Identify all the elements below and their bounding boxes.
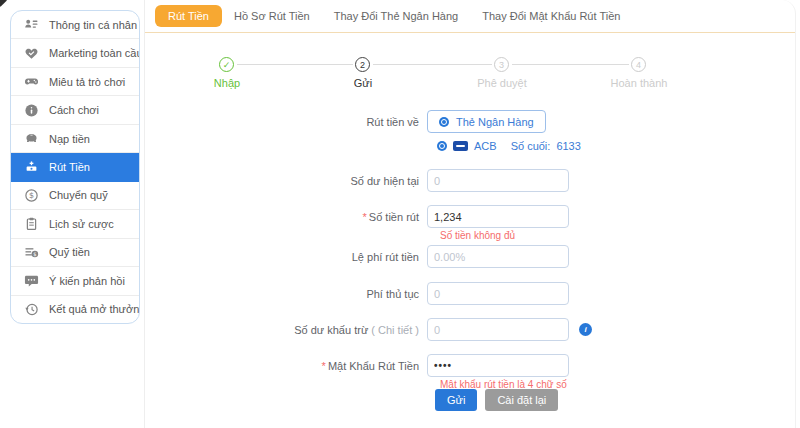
- amount-error-message: Số tiền không đủ: [440, 230, 515, 241]
- info-circle-icon: [24, 103, 39, 118]
- sidebar-item-label: Kết quả mở thưởng: [49, 303, 140, 315]
- money-list-icon: $: [24, 245, 39, 260]
- sidebar-item-bet-history[interactable]: Lịch sử cược: [11, 210, 139, 238]
- sidebar-item-label: Nạp tiền: [49, 133, 90, 145]
- current-balance-input[interactable]: [427, 169, 569, 192]
- info-icon[interactable]: i: [579, 323, 592, 336]
- withdraw-icon: [24, 159, 39, 174]
- current-balance-row: Số dư hiện tại: [145, 169, 795, 192]
- step-2-label: Gửi: [354, 77, 372, 89]
- dollar-circle-icon: $: [24, 188, 39, 203]
- stepper-line: [373, 64, 492, 65]
- required-mark: *: [322, 360, 326, 372]
- sidebar-item-label: Marketing toàn cầu: [49, 47, 140, 59]
- withdraw-fee-label: Lệ phí rút tiền: [145, 251, 427, 263]
- tab-bar: Rút Tiền Hồ Sơ Rút Tiền Thay Đổi Thẻ Ngâ…: [145, 0, 795, 33]
- bank-card-type-label: Thẻ Ngân Hàng: [456, 116, 534, 128]
- radio-selected-icon: [439, 117, 449, 127]
- corner-logo-fragment: [0, 0, 7, 7]
- sidebar-item-withdraw[interactable]: Rút Tiền: [11, 153, 139, 181]
- bank-name: ACB: [474, 140, 497, 152]
- withdraw-amount-label: *Số tiền rút: [145, 211, 427, 223]
- deducted-balance-input[interactable]: [427, 318, 569, 341]
- sidebar-item-lottery-results[interactable]: Kết quả mở thưởng: [11, 296, 139, 323]
- sidebar-item-label: Rút Tiền: [49, 161, 90, 173]
- processing-fee-label: Phí thủ tục: [145, 288, 427, 300]
- bank-card-type-button[interactable]: Thẻ Ngân Hàng: [427, 110, 546, 133]
- step-2-circle: 2: [355, 57, 370, 72]
- sidebar-item-label: Ý kiến phản hồi: [49, 275, 125, 287]
- current-balance-label: Số dư hiện tại: [145, 175, 427, 187]
- submit-button[interactable]: Gửi: [435, 389, 477, 411]
- form-actions: Gửi Cài đặt lại: [435, 389, 558, 411]
- step-3-label: Phê duyệt: [477, 77, 527, 89]
- reset-button[interactable]: Cài đặt lại: [485, 389, 558, 411]
- radio-selected-icon[interactable]: [437, 141, 447, 151]
- withdraw-fee-input[interactable]: [427, 245, 569, 268]
- processing-fee-row: Phí thủ tục: [145, 282, 795, 305]
- history-icon: [24, 302, 39, 317]
- sidebar-item-how-to-play[interactable]: Cách chơi: [11, 96, 139, 124]
- sidebar-item-deposit[interactable]: Nạp tiền: [11, 125, 139, 153]
- step-1-check-icon: ✓: [219, 57, 234, 72]
- tab-withdraw[interactable]: Rút Tiền: [155, 5, 222, 27]
- sidebar: Thông tin cá nhân Marketing toàn cầu Miê…: [10, 10, 140, 324]
- sidebar-item-fund-transfer[interactable]: $ Chuyển quỹ: [11, 182, 139, 210]
- withdraw-to-row: Rút tiền về Thẻ Ngân Hàng: [145, 110, 795, 133]
- withdraw-to-label: Rút tiền về: [145, 116, 427, 128]
- sidebar-item-money-fund[interactable]: $ Quỹ tiền: [11, 239, 139, 267]
- sidebar-item-global-marketing[interactable]: Marketing toàn cầu: [11, 39, 139, 67]
- card-last-digits-label: Số cuối:: [511, 140, 551, 152]
- detail-link[interactable]: ( Chi tiết ): [371, 324, 419, 336]
- stepper-line: [237, 64, 353, 65]
- main-panel: Rút Tiền Hồ Sơ Rút Tiền Thay Đổi Thẻ Ngâ…: [145, 0, 796, 428]
- sidebar-item-label: Cách chơi: [49, 104, 99, 116]
- sidebar-item-label: Quỹ tiền: [49, 246, 90, 258]
- sidebar-item-label: Chuyển quỹ: [49, 189, 108, 201]
- svg-text:$: $: [33, 251, 36, 257]
- required-mark: *: [363, 211, 367, 223]
- clipboard-icon: [24, 216, 39, 231]
- withdraw-fee-row: Lệ phí rút tiền: [145, 245, 795, 268]
- withdraw-amount-row: *Số tiền rút Số tiền không đủ: [145, 205, 795, 228]
- tab-withdraw-records[interactable]: Hồ Sơ Rút Tiền: [222, 10, 322, 22]
- withdraw-password-label: *Mật Khẩu Rút Tiền: [145, 360, 427, 372]
- card-last-digits: 6133: [556, 140, 580, 152]
- processing-fee-input[interactable]: [427, 282, 569, 305]
- withdraw-password-input[interactable]: [427, 354, 569, 377]
- step-1-label: Nhập: [214, 77, 240, 89]
- sidebar-item-feedback[interactable]: Ý kiến phản hồi: [11, 267, 139, 295]
- svg-text:$: $: [29, 191, 34, 200]
- sidebar-item-label: Lịch sử cược: [49, 218, 114, 230]
- feedback-icon: [24, 273, 39, 288]
- withdraw-amount-input[interactable]: [427, 205, 569, 228]
- withdraw-password-row: *Mật Khẩu Rút Tiền Mật khẩu rút tiền là …: [145, 354, 795, 377]
- step-3-circle: 3: [494, 57, 509, 72]
- sidebar-item-game-description[interactable]: Miêu tả trò chơi: [11, 68, 139, 96]
- step-4-circle: 4: [631, 57, 646, 72]
- gamepad-icon: [24, 74, 39, 89]
- sidebar-item-label: Thông tin cá nhân: [49, 19, 137, 31]
- sidebar-item-label: Miêu tả trò chơi: [49, 76, 125, 88]
- deducted-balance-row: Số dư khấu trừ ( Chi tiết ) i: [145, 318, 795, 341]
- heart-check-icon: [24, 46, 39, 61]
- tab-change-withdraw-password[interactable]: Thay Đổi Mật Khẩu Rút Tiền: [470, 10, 632, 22]
- stepper-line: [512, 64, 629, 65]
- acb-bank-logo-icon: [453, 141, 468, 151]
- tab-change-bank-card[interactable]: Thay Đổi Thẻ Ngân Hàng: [322, 10, 471, 22]
- deducted-balance-label: Số dư khấu trừ ( Chi tiết ): [145, 324, 427, 336]
- bank-card-option[interactable]: ACB Số cuối: 6133: [437, 140, 581, 152]
- piggy-bank-icon: [24, 131, 39, 146]
- id-card-icon: [24, 17, 39, 32]
- step-4-label: Hoàn thành: [611, 77, 668, 89]
- sidebar-item-personal-info[interactable]: Thông tin cá nhân: [11, 11, 139, 39]
